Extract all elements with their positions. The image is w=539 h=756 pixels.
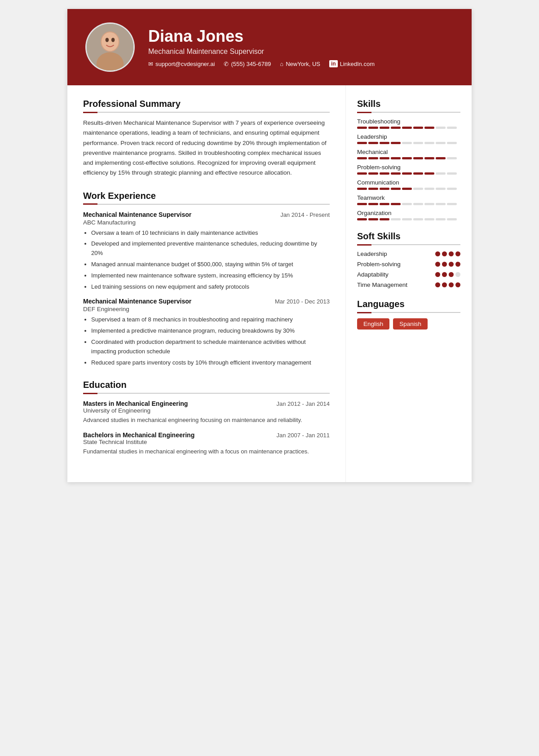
skill-bar-segment	[436, 188, 446, 190]
skill-bar-segment	[357, 188, 367, 190]
candidate-name: Diana Jones	[148, 27, 375, 46]
summary-divider	[83, 112, 330, 113]
edu-item-2: Bachelors in Mechanical Engineering Jan …	[83, 431, 330, 456]
summary-title: Professional Summary	[83, 99, 330, 109]
soft-skill-item: Problem-solving	[357, 261, 460, 268]
skill-bar-segment	[391, 218, 401, 220]
work-experience-divider	[83, 204, 330, 205]
skill-bar-segment	[413, 218, 423, 220]
soft-skill-dot	[435, 272, 440, 277]
skill-bar	[357, 203, 460, 205]
skill-bar-segment	[436, 127, 446, 129]
skill-bar-segment	[413, 157, 423, 159]
skill-item: Communication	[357, 179, 460, 190]
skill-bar-segment	[357, 218, 367, 220]
skill-bar-segment	[424, 188, 434, 190]
skill-bar-segment	[357, 172, 367, 175]
edu-2-header: Bachelors in Mechanical Engineering Jan …	[83, 431, 330, 439]
skill-name: Leadership	[357, 133, 460, 140]
languages-title: Languages	[357, 299, 460, 309]
skill-bar-segment	[402, 127, 412, 129]
skill-bar-segment	[391, 157, 401, 159]
job-1-header: Mechanical Maintenance Supervisor Jan 20…	[83, 211, 330, 218]
skill-bar-segment	[424, 218, 434, 220]
soft-skill-dot	[442, 272, 447, 277]
soft-skill-dot	[449, 272, 454, 277]
skills-list: TroubleshootingLeadershipMechanicalProbl…	[357, 118, 460, 220]
edu-1-desc: Advanced studies in mechanical engineeri…	[83, 416, 330, 425]
skill-bar	[357, 157, 460, 159]
header-info: Diana Jones Mechanical Maintenance Super…	[148, 27, 375, 67]
job-1-bullets: Oversaw a team of 10 technicians in dail…	[83, 229, 330, 292]
skill-bar-segment	[402, 142, 412, 144]
soft-skill-dot	[435, 282, 440, 287]
linkedin-contact: in LinkedIn.com	[329, 60, 375, 67]
skill-bar-segment	[368, 142, 378, 144]
header-section: Diana Jones Mechanical Maintenance Super…	[67, 9, 472, 85]
location-icon: ⌂	[280, 61, 283, 67]
skill-bar-segment	[391, 203, 401, 205]
email-icon: ✉	[148, 61, 153, 67]
language-tags-container: EnglishSpanish	[357, 318, 460, 330]
skill-bar-segment	[447, 172, 457, 175]
svg-point-5	[111, 38, 115, 42]
soft-skill-dot	[442, 262, 447, 267]
edu-1-degree: Masters in Mechanical Engineering	[83, 400, 188, 407]
skill-bar-segment	[380, 142, 389, 144]
skill-bar-segment	[380, 218, 389, 220]
skill-bar	[357, 127, 460, 129]
skill-bar-segment	[380, 203, 389, 205]
language-tag: Spanish	[393, 318, 428, 330]
svg-point-3	[102, 32, 119, 51]
skill-bar-segment	[380, 157, 389, 159]
skill-item: Leadership	[357, 133, 460, 144]
edu-2-school: State Technical Institute	[83, 439, 330, 445]
skill-bar	[357, 218, 460, 220]
edu-2-date: Jan 2007 - Jan 2011	[276, 432, 330, 439]
email-contact: ✉ support@cvdesigner.ai	[148, 60, 215, 67]
svg-point-4	[106, 38, 109, 42]
job-2-date: Mar 2010 - Dec 2013	[275, 298, 330, 305]
skill-bar-segment	[391, 127, 401, 129]
skill-bar-segment	[413, 142, 423, 144]
soft-skill-dots	[435, 282, 460, 287]
avatar-image	[87, 24, 133, 70]
bullet: Coordinated with production department t…	[91, 338, 330, 356]
languages-section: Languages EnglishSpanish	[357, 299, 460, 330]
linkedin-icon: in	[329, 60, 338, 67]
language-tag: English	[357, 318, 389, 330]
skill-bar-segment	[368, 172, 378, 175]
bullet: Reduced spare parts inventory costs by 1…	[91, 358, 330, 368]
location-value: NewYork, US	[286, 61, 320, 67]
skill-item: Problem-solving	[357, 164, 460, 175]
skill-bar-segment	[447, 188, 457, 190]
skill-bar-segment	[447, 157, 457, 159]
skill-bar-segment	[447, 142, 457, 144]
languages-divider	[357, 312, 460, 313]
soft-skill-name: Leadership	[357, 251, 387, 257]
edu-1-school: University of Engineering	[83, 407, 330, 414]
soft-skill-dot	[449, 282, 454, 287]
skill-bar-segment	[380, 127, 389, 129]
skill-bar	[357, 172, 460, 175]
skill-bar-segment	[402, 157, 412, 159]
skill-item: Troubleshooting	[357, 118, 460, 129]
skill-bar-segment	[424, 142, 434, 144]
soft-skill-dot	[455, 262, 460, 267]
education-divider	[83, 393, 330, 394]
skill-bar	[357, 188, 460, 190]
education-section: Education Masters in Mechanical Engineer…	[83, 380, 330, 456]
soft-skill-name: Adaptability	[357, 271, 389, 278]
skill-item: Organization	[357, 210, 460, 220]
avatar	[85, 22, 135, 72]
skill-bar-segment	[436, 157, 446, 159]
bullet: Developed and implemented preventive mai…	[91, 239, 330, 258]
soft-skill-dots	[435, 272, 460, 277]
skill-bar-segment	[357, 127, 367, 129]
skill-bar-segment	[368, 157, 378, 159]
skills-title: Skills	[357, 99, 460, 109]
skill-bar-segment	[391, 142, 401, 144]
soft-skill-dot	[435, 262, 440, 267]
soft-skill-dot	[442, 251, 447, 256]
skill-bar-segment	[368, 203, 378, 205]
